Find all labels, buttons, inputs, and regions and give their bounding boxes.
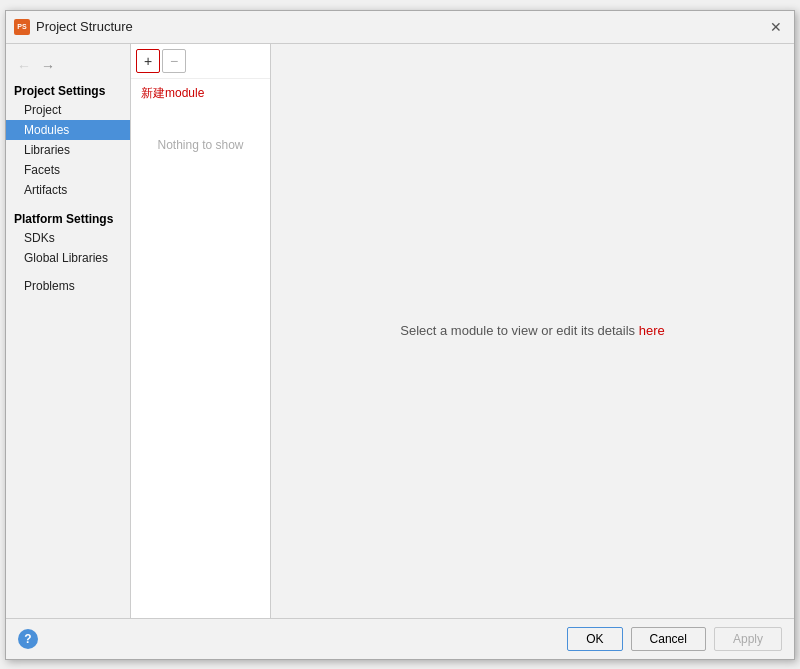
cancel-button[interactable]: Cancel — [631, 627, 706, 651]
sidebar-divider — [6, 200, 130, 208]
nav-row: ← → — [6, 52, 130, 80]
sidebar-item-sdks[interactable]: SDKs — [6, 228, 130, 248]
sidebar-item-problems[interactable]: Problems — [6, 276, 130, 296]
title-bar: PS Project Structure ✕ — [6, 11, 794, 44]
sidebar-item-modules[interactable]: Modules — [6, 120, 130, 140]
sidebar-item-facets[interactable]: Facets — [6, 160, 130, 180]
module-panel: + − 新建module Nothing to show — [131, 44, 271, 618]
back-button[interactable]: ← — [14, 56, 34, 76]
help-button[interactable]: ? — [18, 629, 38, 649]
platform-settings-label: Platform Settings — [6, 208, 130, 228]
remove-module-button[interactable]: − — [162, 49, 186, 73]
apply-button[interactable]: Apply — [714, 627, 782, 651]
sidebar-item-artifacts[interactable]: Artifacts — [6, 180, 130, 200]
sidebar-item-global-libraries[interactable]: Global Libraries — [6, 248, 130, 268]
add-module-button[interactable]: + — [136, 49, 160, 73]
ok-button[interactable]: OK — [567, 627, 622, 651]
app-icon: PS — [14, 19, 30, 35]
nothing-to-show-label: Nothing to show — [131, 108, 270, 618]
dialog-footer: ? OK Cancel Apply — [6, 618, 794, 659]
sidebar-item-libraries[interactable]: Libraries — [6, 140, 130, 160]
project-structure-dialog: PS Project Structure ✕ ← → Project Setti… — [5, 10, 795, 660]
sidebar-divider-2 — [6, 268, 130, 276]
main-content: Select a module to view or edit its deta… — [271, 44, 794, 618]
dialog-title: Project Structure — [36, 19, 766, 34]
sidebar: ← → Project Settings Project Modules Lib… — [6, 44, 131, 618]
project-settings-label: Project Settings — [6, 80, 130, 100]
module-toolbar: + − — [131, 44, 270, 79]
placeholder-text: Select a module to view or edit its deta… — [400, 323, 665, 338]
forward-button[interactable]: → — [38, 56, 58, 76]
add-module-label[interactable]: 新建module — [131, 79, 270, 108]
here-link[interactable]: here — [639, 323, 665, 338]
close-button[interactable]: ✕ — [766, 17, 786, 37]
dialog-body: ← → Project Settings Project Modules Lib… — [6, 44, 794, 618]
sidebar-item-project[interactable]: Project — [6, 100, 130, 120]
